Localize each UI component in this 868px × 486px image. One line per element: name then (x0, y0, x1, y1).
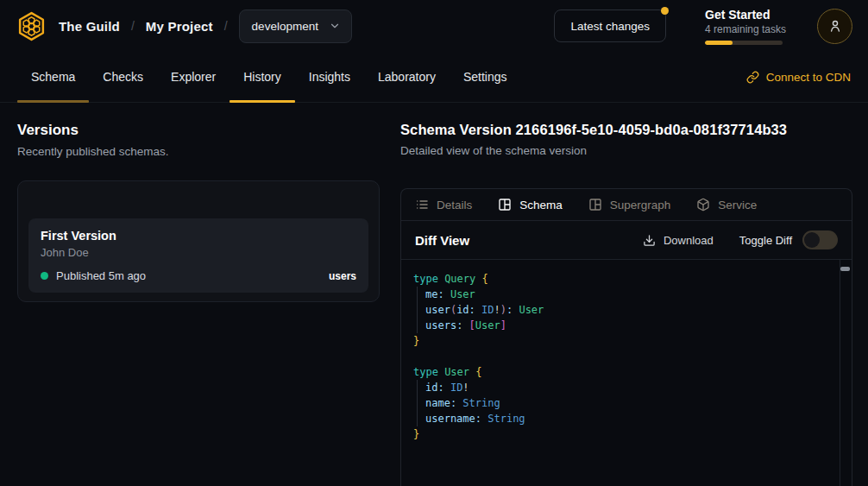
code-line: type User { (413, 364, 826, 380)
connect-to-cdn-link[interactable]: Connect to CDN (746, 52, 851, 102)
breadcrumb-separator: / (131, 19, 135, 33)
detail-tab-label: Supergraph (610, 199, 671, 211)
version-status: Published 5m ago (56, 269, 146, 282)
code-line (413, 349, 826, 364)
code-line: } (413, 426, 826, 442)
detail-tabs: DetailsSchemaSupergraphService (401, 189, 852, 221)
detail-tab-details[interactable]: Details (415, 198, 472, 211)
app-header: The Guild / My Project / development Lat… (0, 0, 868, 52)
version-detail-subtitle: Detailed view of the schema version (400, 144, 852, 157)
code-line: user(id: ID!): User (413, 302, 826, 318)
scrollbar-thumb[interactable] (840, 267, 850, 271)
code-line: me: User (413, 287, 826, 302)
environment-selector-value: development (252, 20, 318, 33)
toggle-diff-label: Toggle Diff (739, 234, 792, 247)
versions-list-card: First Version John Doe Published 5m ago … (17, 180, 380, 302)
versions-panel: Versions Recently published schemas. Fir… (17, 122, 380, 302)
nav-tab-laboratory[interactable]: Laboratory (364, 52, 450, 102)
version-detail-header: Schema Version 2166196f-5e10-4059-bd0a-0… (400, 122, 852, 157)
link-icon (746, 71, 759, 84)
schema-code-viewer[interactable]: type Query {me: Useruser(id: ID!): Useru… (401, 260, 852, 486)
cube-icon (696, 198, 710, 211)
notification-dot (661, 7, 669, 15)
scrollbar-track (840, 260, 840, 486)
latest-changes-button[interactable]: Latest changes (554, 9, 666, 42)
version-status-row: Published 5m ago users (41, 269, 356, 282)
download-button[interactable]: Download (643, 234, 714, 247)
columns-icon (588, 198, 602, 211)
diff-toolbar: Diff View Download Toggle Diff (401, 221, 852, 260)
get-started-progress-fill (705, 41, 733, 45)
code-line: id: ID! (413, 380, 826, 395)
nav-tab-schema[interactable]: Schema (17, 52, 89, 102)
versions-subtitle: Recently published schemas. (17, 145, 380, 158)
columns-icon (498, 198, 512, 211)
get-started-widget[interactable]: Get Started 4 remaining tasks (705, 8, 791, 45)
nav-tab-settings[interactable]: Settings (450, 52, 521, 102)
version-author: John Doe (41, 246, 356, 259)
detail-tab-schema[interactable]: Schema (498, 198, 563, 211)
version-list-item[interactable]: First Version John Doe Published 5m ago … (28, 218, 368, 293)
toggle-knob (804, 232, 820, 248)
detail-tab-service[interactable]: Service (696, 198, 757, 211)
code-line: type Query { (413, 271, 826, 287)
nav-tab-checks[interactable]: Checks (89, 52, 157, 102)
latest-changes-label: Latest changes (570, 20, 650, 33)
breadcrumb-org[interactable]: The Guild (59, 19, 120, 34)
toggle-diff-switch[interactable] (802, 230, 838, 249)
code-line: username: String (413, 411, 826, 426)
versions-title: Versions (17, 122, 380, 139)
nav-tab-history[interactable]: History (230, 52, 295, 102)
code-block: type Query {me: Useruser(id: ID!): Useru… (413, 271, 826, 442)
connect-to-cdn-label: Connect to CDN (766, 71, 851, 84)
detail-tab-supergraph[interactable]: Supergraph (588, 198, 671, 211)
published-status-dot (41, 272, 48, 280)
chevron-down-icon (329, 20, 341, 32)
download-label: Download (664, 234, 714, 247)
nav-tab-insights[interactable]: Insights (295, 52, 364, 102)
environment-selector[interactable]: development (239, 9, 352, 43)
breadcrumb-project[interactable]: My Project (146, 19, 213, 34)
hive-logo-icon[interactable] (16, 10, 47, 42)
version-detail-panel: DetailsSchemaSupergraphService Diff View… (400, 188, 852, 486)
service-badge: users (329, 270, 356, 282)
nav-tab-explorer[interactable]: Explorer (157, 52, 230, 102)
code-line: } (413, 333, 826, 349)
download-icon (643, 234, 656, 247)
detail-tab-label: Service (718, 199, 757, 211)
user-avatar-button[interactable] (817, 9, 852, 44)
version-detail-title: Schema Version 2166196f-5e10-4059-bd0a-0… (400, 122, 852, 138)
detail-tab-label: Details (437, 199, 472, 211)
get-started-progress-bar (705, 41, 783, 45)
diff-view-title: Diff View (415, 233, 469, 248)
code-line: users: [User] (413, 318, 826, 333)
list-icon (415, 198, 429, 211)
get-started-title: Get Started (705, 8, 791, 22)
person-icon (827, 18, 843, 34)
nav-tabs: SchemaChecksExplorerHistoryInsightsLabor… (17, 52, 521, 102)
main-nav: SchemaChecksExplorerHistoryInsightsLabor… (0, 52, 868, 103)
code-line: name: String (413, 395, 826, 411)
breadcrumb-separator: / (224, 19, 228, 33)
get-started-subtitle: 4 remaining tasks (705, 23, 791, 35)
detail-tab-label: Schema (519, 199, 563, 211)
version-name: First Version (41, 229, 356, 243)
